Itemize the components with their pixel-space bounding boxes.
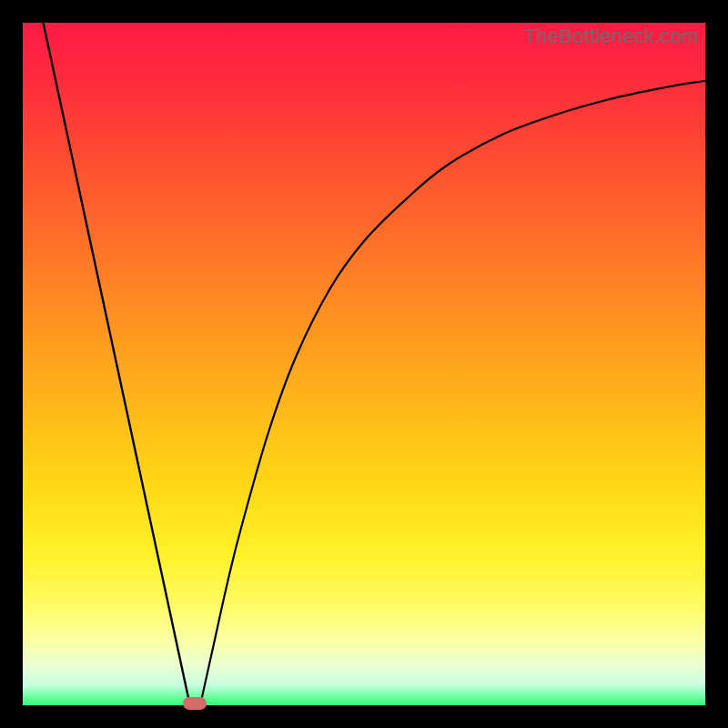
min-marker [183,697,207,710]
curve-layer [23,23,705,705]
plot-area: TheBottleneck.com [23,23,705,705]
watermark-text: TheBottleneck.com [523,25,698,48]
left-descent-line [44,23,190,705]
right-ascending-curve [200,81,705,705]
chart-container: TheBottleneck.com [0,0,728,728]
